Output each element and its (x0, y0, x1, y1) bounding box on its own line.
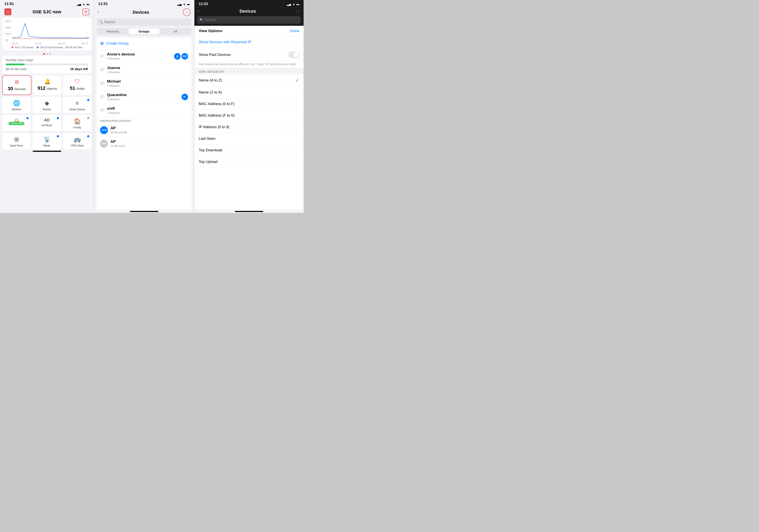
data-used: 88.18 GB used (6, 67, 26, 71)
time-3: 11:51 (199, 2, 208, 6)
mode-icon: 📡 (43, 136, 51, 143)
vpnclient-dot (87, 135, 89, 137)
devices-card[interactable]: ⊞ 30 Devices (2, 75, 31, 95)
view-options-header: View Options Done (194, 26, 303, 36)
y-label-30: 30GB (5, 33, 11, 35)
options-list: View Options Done Show Devices with Rese… (194, 26, 303, 209)
devices-text: Devices (14, 87, 26, 91)
ap2-name: AP (110, 139, 188, 144)
done-button[interactable]: Done (290, 29, 299, 33)
home-bar-1 (33, 151, 61, 152)
signal-icon-1: ▂▄ (77, 2, 81, 6)
status-icons-3: ▂▄ ▲ ▬ (287, 2, 299, 6)
download-legend: 330.29 GB Download 380.96 GB Total (37, 46, 82, 49)
grid-routes[interactable]: ◆ Routes (32, 97, 61, 113)
grid-family[interactable]: 🏠 Family (63, 115, 92, 131)
group-annies-devices[interactable]: 🏷 Annie's devices 2 Devices 🖥 AD (97, 50, 191, 63)
family-label: Family (73, 126, 81, 129)
p2-back-button[interactable]: ‹ (98, 9, 99, 15)
p3-search-input[interactable] (205, 18, 299, 22)
vpn-dot (26, 117, 29, 119)
sort-ip[interactable]: IP Address (0 to 9) (194, 121, 303, 133)
grid-smartqueue[interactable]: ≡ Smart Queue (63, 97, 92, 113)
days-left: 16 days left (70, 67, 88, 71)
chart-svg (12, 20, 89, 41)
sort-top-upload[interactable]: Top Upload (194, 156, 303, 168)
grid-vpn[interactable]: 🔒 1 Active VPN (2, 115, 31, 131)
home-bar-3 (235, 211, 263, 212)
dot-3 (49, 53, 51, 55)
y-label-60: 60GB (5, 26, 11, 29)
joanna-name: Joanna (107, 66, 188, 70)
tab-groups[interactable]: Groups (129, 28, 160, 34)
tab-networks[interactable]: Networks (97, 28, 129, 34)
p2-search-bar[interactable]: 🔍 (97, 19, 191, 26)
p3-search-bar[interactable]: 🔍 (197, 16, 301, 23)
sort-name-az[interactable]: Name (A to Z) ✓ (194, 74, 303, 87)
p3-title: Devices (240, 9, 256, 14)
ap2-vpn-icon: VPN (100, 140, 108, 148)
sort-mac-f0[interactable]: MAC Address (F to 0) (194, 110, 303, 121)
x-oct23: Oct 23 (35, 42, 41, 45)
battery-icon-3: ▬ (297, 2, 299, 6)
view-options-title: View Options (199, 29, 222, 33)
p3-search-icon: 🔍 (200, 18, 203, 21)
upload-legend: 50.67 GB Upload (12, 46, 33, 49)
rules-num: 51 (70, 85, 75, 91)
device-list: ⊕ Create Group 🏷 Annie's devices 2 Devic… (97, 38, 191, 209)
grid-network[interactable]: 🌐 Network (2, 97, 31, 113)
status-icons-1: ▂▄ ▲ ▬ (77, 2, 89, 6)
progress-bar (6, 63, 88, 65)
ungrouped-ap2[interactable]: VPN AP 10.89.123.5 (97, 137, 191, 150)
rules-icon: 🛡 (75, 78, 80, 85)
p2-search-input[interactable] (104, 20, 189, 24)
tab-all[interactable]: All (160, 28, 191, 34)
alarms-card[interactable]: 🔔 912 Alarms (33, 75, 61, 95)
openports-icon: ⊞ (14, 136, 19, 143)
y-label-0: 0B (5, 39, 11, 42)
grid-openports[interactable]: ⊞ Open Ports (2, 133, 31, 149)
grid-mode[interactable]: 📡 Mode (32, 133, 61, 149)
group-quarantine[interactable]: 🏷 Quarantine 0 Devices (97, 90, 191, 104)
devices-label-row: 30 Devices (8, 86, 26, 92)
vpnclient-icon: 🚌 (74, 136, 81, 143)
p3-back-button[interactable]: ‹ (198, 8, 199, 14)
rules-card[interactable]: 🛡 51 Rules (63, 75, 92, 95)
tag-icon-joanna: 🏷 (100, 67, 104, 72)
panel-devices: 11:51 ▂▄ ▲ ▬ ‹ Devices ↑↓ 🔍 Networks Gro… (94, 0, 194, 213)
ungrouped-ap1[interactable]: VPN AP 10.89.123.60 (97, 123, 191, 137)
show-reserved-ip-row[interactable]: Show Devices with Reserved IP (194, 36, 303, 48)
group-joanna[interactable]: 🏷 Joanna 1 Devices (97, 63, 191, 77)
grid-vpnclient[interactable]: 🚌 VPN Client (63, 133, 92, 149)
annies-info: Annie's devices 2 Devices (107, 52, 172, 60)
show-past-devices-row[interactable]: Show Past Devices (194, 48, 303, 62)
battery-icon-2: ▬ (187, 2, 190, 6)
toggle-knob (293, 52, 299, 57)
joanna-info: Joanna 1 Devices (107, 66, 188, 74)
grid-adblock[interactable]: AD Ad Block (32, 115, 61, 131)
p2-segment-control: Networks Groups All (97, 28, 191, 35)
past-devices-toggle[interactable] (288, 52, 299, 58)
rules-label-row: 51 Rules (70, 85, 85, 91)
create-group-row[interactable]: ⊕ Create Group (97, 38, 191, 50)
past-devices-desc: Past Devices are devices that are offlin… (194, 62, 303, 68)
monthly-section: Monthly Data Usage 88.18 GB used 16 days… (2, 56, 92, 74)
sort-mac-0f[interactable]: MAC Address (0 to F) (194, 98, 303, 110)
ap1-info: AP 10.89.123.60 (110, 126, 188, 134)
p2-sort-button[interactable]: ↑↓ (183, 8, 191, 16)
group-unifi[interactable]: 🏷 unifi 1 Devices (97, 104, 191, 117)
home-icon[interactable]: ⌂ (4, 8, 11, 15)
p3-sort-icon[interactable]: ↑↓ (296, 9, 300, 14)
unifi-name: unifi (107, 106, 188, 111)
sort-name-za[interactable]: Name (Z to A) (194, 87, 303, 98)
sort-mac-f0-label: MAC Address (F to 0) (199, 113, 234, 118)
p2-title: Devices (133, 10, 149, 15)
sort-last-seen[interactable]: Last Seen (194, 133, 303, 145)
alarms-text: Alarms (47, 87, 57, 91)
annies-avatars: 🖥 AD (174, 53, 188, 59)
group-michael[interactable]: 🏷 Michael 4 Devices (97, 77, 191, 90)
sort-top-download[interactable]: Top Download (194, 145, 303, 156)
avatar-ad: AD (181, 53, 188, 59)
gear-icon[interactable]: ⚙ (82, 8, 89, 15)
sort-top-download-label: Top Download (199, 148, 222, 152)
